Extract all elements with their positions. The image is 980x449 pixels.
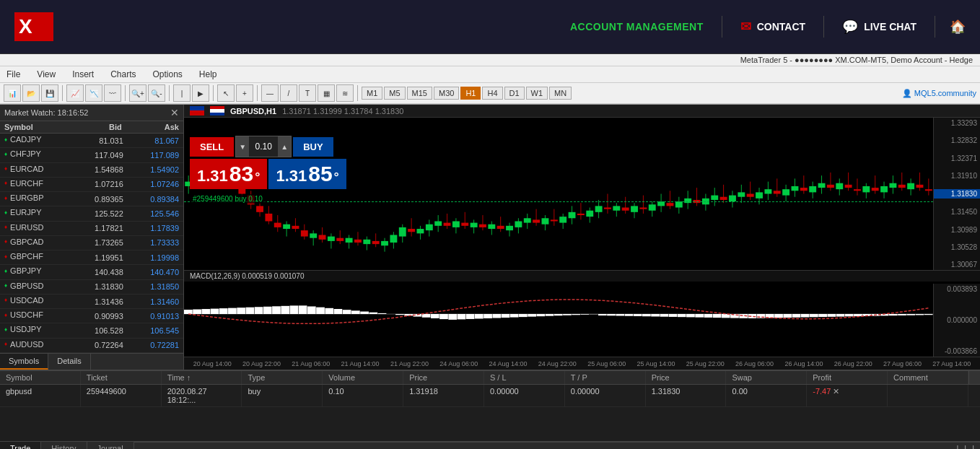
qty-up-arrow[interactable]: ▲ [278, 136, 291, 157]
live-chat-link[interactable]: 💬 LIVE CHAT [824, 19, 935, 35]
buy-button[interactable]: BUY [293, 137, 333, 157]
bp-col-swap[interactable]: Swap [726, 371, 807, 384]
cursor-btn[interactable]: ↖ [217, 84, 235, 102]
bp-tab-history[interactable]: History [41, 442, 87, 449]
rectangle-btn[interactable]: ▦ [318, 84, 335, 102]
menu-view[interactable]: View [34, 68, 58, 81]
list-item[interactable]: ♦ AUDUSD 0.72264 0.72281 [0, 338, 183, 352]
svg-rect-252 [916, 314, 924, 315]
list-item[interactable]: ♦ GBPCAD 1.73265 1.73333 [0, 235, 183, 250]
sell-button[interactable]: SELL [190, 137, 234, 157]
bp-tab-trade[interactable]: Trade [0, 442, 41, 449]
bar-chart-btn[interactable]: 📈 [66, 84, 84, 102]
bp-col-tp[interactable]: T / P [565, 371, 646, 384]
xm-logo[interactable]: XM [14, 11, 72, 43]
bp-col-profit[interactable]: Profit [807, 371, 888, 384]
mw-tab-details[interactable]: Details [48, 354, 91, 370]
chart-body: SELL ▼ ▲ BUY 1.31 83 ° 1.31 [184, 118, 980, 370]
symbol-name: EURGBP [10, 193, 43, 202]
list-item[interactable]: ♦ USDCHF 0.90993 0.91013 [0, 309, 183, 323]
bp-col-ticket[interactable]: Ticket [81, 371, 162, 384]
menu-file[interactable]: File [4, 68, 23, 81]
bp-tab-journal[interactable]: Journal [87, 442, 134, 449]
area-chart-btn[interactable]: 〰 [104, 84, 121, 102]
contact-link[interactable]: ✉ CONTACT [722, 19, 823, 35]
bp-bottom-controls: | | | [950, 442, 980, 449]
zoom-out-btn[interactable]: 🔍- [148, 84, 165, 102]
text-btn[interactable]: T [299, 84, 316, 102]
svg-rect-196 [422, 314, 431, 318]
zoom-in-btn[interactable]: 🔍+ [129, 84, 146, 102]
list-item[interactable]: ♦ CADJPY 81.031 81.067 [0, 134, 183, 148]
crosshair-btn[interactable]: + [236, 84, 253, 102]
list-item[interactable]: ♦ EURJPY 125.522 125.546 [0, 206, 183, 221]
list-item[interactable]: ♦ EURCAD 1.54868 1.54902 [0, 162, 183, 177]
qty-down-arrow[interactable]: ▼ [236, 136, 249, 157]
tf-h1[interactable]: H1 [460, 87, 481, 100]
mql-community-link[interactable]: 👤 MQL5.community [902, 89, 976, 98]
bp-scrollbar-top [968, 371, 980, 384]
symbol-name: CADJPY [10, 135, 41, 144]
bp-col-sl[interactable]: S / L [484, 371, 565, 384]
ask-price: 1.31460 [126, 294, 183, 308]
svg-rect-226 [686, 314, 695, 317]
price-level-6: 1.30989 [934, 226, 980, 234]
open-btn[interactable]: 📂 [22, 84, 40, 102]
line-btn[interactable]: — [261, 84, 279, 102]
bp-col-volume[interactable]: Volume [323, 371, 403, 384]
tf-m30[interactable]: M30 [434, 87, 459, 100]
svg-rect-33 [328, 237, 335, 241]
line-chart-btn[interactable]: 📉 [85, 84, 102, 102]
account-management-link[interactable]: ACCOUNT MANAGEMENT [552, 21, 722, 32]
list-item[interactable]: ♦ USDJPY 106.528 106.545 [0, 323, 183, 338]
svg-rect-210 [546, 314, 554, 316]
save-btn[interactable]: 💾 [41, 84, 58, 102]
market-watch-close[interactable]: ✕ [170, 107, 179, 118]
bid-price: 125.522 [74, 206, 126, 221]
bp-col-price[interactable]: Price [403, 371, 484, 384]
tf-w1[interactable]: W1 [526, 87, 548, 100]
close-trade-icon[interactable]: ✕ [833, 387, 839, 396]
fibo-btn[interactable]: ≋ [336, 84, 354, 102]
svg-rect-35 [336, 238, 344, 241]
list-item[interactable]: ♦ GBPJPY 140.438 140.470 [0, 265, 183, 279]
price-level-4: 1.31910 [934, 172, 980, 180]
scroll-right-btn[interactable]: ▶ [192, 84, 209, 102]
bp-col-cur-price[interactable]: Price [646, 371, 727, 384]
svg-rect-199 [448, 314, 457, 320]
home-button[interactable]: 🏠 [935, 19, 980, 35]
bp-col-comment[interactable]: Comment [888, 371, 968, 384]
up-indicator: ♦ [4, 136, 7, 143]
list-item[interactable]: ♦ EURCHF 1.07216 1.07246 [0, 177, 183, 191]
list-item[interactable]: ♦ EURGBP 0.89365 0.89384 [0, 192, 183, 206]
quantity-input[interactable] [249, 136, 278, 157]
tf-mn[interactable]: MN [549, 87, 572, 100]
bp-col-symbol[interactable]: Symbol [0, 371, 81, 384]
bp-col-time[interactable]: Time [162, 371, 242, 384]
menu-help[interactable]: Help [196, 68, 220, 81]
time-label: 27 Aug 14:00 [927, 360, 976, 367]
menu-charts[interactable]: Charts [108, 68, 139, 81]
tf-h4[interactable]: H4 [482, 87, 502, 100]
tf-m1[interactable]: M1 [362, 87, 382, 100]
bid-price: 1.19951 [74, 250, 126, 265]
arrow-btn[interactable]: / [280, 84, 297, 102]
list-item[interactable]: ♦ EURUSD 1.17821 1.17839 [0, 221, 183, 235]
list-item[interactable]: ♦ CHFJPY 117.049 117.089 [0, 148, 183, 162]
menu-insert[interactable]: Insert [69, 68, 97, 81]
sep-1 [62, 85, 63, 101]
period-sep-btn[interactable]: | [173, 84, 191, 102]
tf-m5[interactable]: M5 [384, 87, 405, 100]
list-item[interactable]: ♦ USDCAD 1.31436 1.31460 [0, 294, 183, 308]
list-item[interactable]: ♦ GBPUSD 1.31830 1.31850 [0, 279, 183, 294]
bp-col-type[interactable]: Type [242, 371, 323, 384]
menu-options[interactable]: Options [150, 68, 185, 81]
svg-rect-250 [898, 314, 906, 315]
tf-m15[interactable]: M15 [407, 87, 432, 100]
list-item[interactable]: ♦ GBPCHF 1.19951 1.19998 [0, 250, 183, 265]
svg-rect-242 [827, 314, 836, 317]
new-chart-btn[interactable]: 📊 [4, 84, 21, 102]
mw-tab-symbols[interactable]: Symbols [0, 354, 48, 370]
tf-d1[interactable]: D1 [504, 87, 525, 100]
price-level-2: 1.32832 [934, 136, 980, 144]
